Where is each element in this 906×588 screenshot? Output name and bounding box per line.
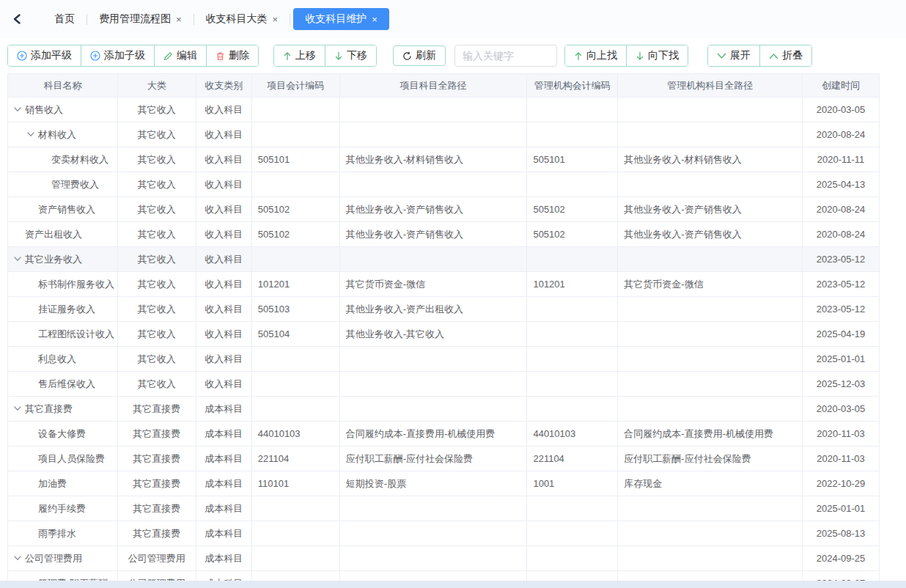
- tab-subject-maintenance[interactable]: 收支科目维护 ×: [293, 8, 389, 30]
- table-row[interactable]: 履约手续费 其它直接费 成本科目 2025-01-01: [8, 496, 880, 521]
- table-row[interactable]: 挂证服务收入 其它收入 收入科目 505103 其他业务收入-资产出租收入 20…: [8, 297, 880, 322]
- toolbar: 添加平级 添加子级 编辑 删除 上移 下移: [0, 38, 906, 73]
- table-row[interactable]: 其它业务收入 其它收入 收入科目 2023-05-12: [8, 247, 880, 272]
- created-cell: 2020-11-03: [803, 446, 880, 471]
- table-row[interactable]: 雨季排水 其它直接费 成本科目 2025-08-13: [8, 521, 880, 546]
- org-code-cell: [527, 247, 618, 271]
- io-type-cell: 成本科目: [196, 546, 252, 570]
- table-row[interactable]: 其它直接费 其它直接费 成本科目 2020-03-05: [8, 397, 880, 422]
- org-path-cell: 库存现金: [618, 471, 803, 496]
- table-row[interactable]: 变卖材料收入 其它收入 收入科目 505101 其他业务收入-材料销售收入 50…: [8, 147, 880, 172]
- org-code-cell: 221104: [527, 446, 618, 471]
- tab-label: 费用管理流程图: [99, 12, 171, 26]
- org-code-cell: 505101: [527, 147, 618, 172]
- org-path-cell: [618, 247, 803, 271]
- column-header-org-path: 管理机构科目全路径: [618, 74, 803, 97]
- org-code-cell: 44010103: [527, 422, 618, 446]
- org-code-cell: [527, 122, 618, 147]
- edit-button[interactable]: 编辑: [154, 45, 206, 66]
- tab-subject-category[interactable]: 收支科目大类 ×: [194, 8, 290, 30]
- column-header-project-path: 项目科目全路径: [340, 74, 528, 97]
- close-icon[interactable]: ×: [273, 15, 279, 24]
- table-row[interactable]: 售后维保收入 其它收入 收入科目 2025-12-03: [8, 372, 880, 397]
- table-row[interactable]: 项目人员保险费 其它直接费 成本科目 221104 应付职工薪酬-应付社会保险费…: [8, 446, 880, 471]
- delete-button[interactable]: 删除: [206, 45, 258, 66]
- io-type-cell: 成本科目: [196, 496, 252, 521]
- project-path-cell: 其他业务收入-资产销售收入: [340, 222, 528, 246]
- move-up-button[interactable]: 上移: [274, 45, 325, 66]
- trash-icon: [216, 51, 225, 61]
- io-type-cell: 收入科目: [196, 372, 252, 396]
- created-cell: 2023-05-12: [803, 297, 880, 321]
- expand-arrow-icon[interactable]: [14, 406, 25, 411]
- org-path-cell: 合同履约成本-直接费用-机械使用费: [618, 422, 803, 446]
- tab-expense-flow[interactable]: 费用管理流程图 ×: [87, 8, 194, 30]
- table-row[interactable]: 标书制作服务收入 其它收入 收入科目 101201 其它货币资金-微信 1012…: [8, 272, 880, 297]
- project-path-cell: [340, 372, 528, 396]
- expand-arrow-icon[interactable]: [14, 107, 25, 112]
- table-row[interactable]: 公司管理费用 公司管理费用 成本科目 2024-09-25: [8, 546, 880, 571]
- project-code-cell: [252, 247, 340, 271]
- expand-arrow-icon[interactable]: [27, 132, 38, 137]
- table-row[interactable]: 材料收入 其它收入 收入科目 2020-08-24: [8, 122, 880, 147]
- subject-name: 履约手续费: [38, 502, 86, 515]
- add-sibling-button[interactable]: 添加平级: [8, 45, 81, 66]
- circle-plus-icon: [17, 51, 27, 61]
- table-row[interactable]: 工程图纸设计收入 其它收入 收入科目 505104 其他业务收入-其它收入 20…: [8, 322, 880, 347]
- expand-arrow-icon[interactable]: [14, 556, 25, 561]
- table-row[interactable]: 设备大修费 其它直接费 成本科目 44010103 合同履约成本-直接费用-机械…: [8, 422, 880, 446]
- project-path-cell: [340, 172, 528, 196]
- io-type-cell: 收入科目: [196, 172, 252, 196]
- category-cell: 其它收入: [118, 372, 196, 396]
- project-code-cell: [252, 546, 340, 570]
- table-row[interactable]: 销售收入 其它收入 收入科目 2020-03-05: [8, 98, 880, 122]
- collapse-all-button[interactable]: 折叠: [759, 45, 811, 66]
- org-path-cell: [618, 546, 803, 570]
- org-code-cell: [527, 347, 618, 371]
- chevron-up-icon: [769, 53, 778, 59]
- table-row[interactable]: 资产销售收入 其它收入 收入科目 505102 其他业务收入-资产销售收入 50…: [8, 197, 880, 222]
- table-row[interactable]: 加油费 其它直接费 成本科目 110101 短期投资-股票 1001 库存现金 …: [8, 471, 880, 496]
- close-icon[interactable]: ×: [176, 15, 182, 24]
- horizontal-scrollbar[interactable]: [0, 581, 906, 588]
- project-path-cell: 其它货币资金-微信: [340, 272, 528, 296]
- subject-name-cell: 销售收入: [8, 98, 118, 122]
- add-child-button[interactable]: 添加子级: [81, 45, 154, 66]
- project-code-cell: 505102: [252, 222, 340, 246]
- table-row[interactable]: 管理费收入 其它收入 收入科目 2025-04-13: [8, 172, 880, 197]
- category-cell: 其它直接费: [118, 422, 196, 446]
- expand-arrow-icon[interactable]: [14, 257, 25, 262]
- column-header-io-type: 收支类别: [196, 74, 252, 97]
- project-code-cell: [252, 496, 340, 521]
- org-code-cell: 1001: [527, 471, 618, 496]
- io-type-cell: 成本科目: [196, 422, 252, 446]
- arrow-down-icon: [636, 51, 644, 61]
- category-cell: 其它收入: [118, 347, 196, 371]
- subject-name: 售后维保收入: [38, 378, 95, 391]
- expand-all-button[interactable]: 展开: [708, 45, 759, 66]
- org-path-cell: [618, 372, 803, 396]
- org-path-cell: [618, 521, 803, 545]
- move-button-group: 上移 下移: [273, 45, 377, 67]
- table-row[interactable]: 资产出租收入 其它收入 收入科目 505102 其他业务收入-资产销售收入 50…: [8, 222, 880, 247]
- table-row[interactable]: 利息收入 其它收入 收入科目 2025-01-01: [8, 347, 880, 372]
- subject-name-cell: 售后维保收入: [8, 372, 118, 396]
- project-code-cell: 110101: [252, 471, 340, 496]
- pencil-icon: [163, 51, 173, 61]
- created-cell: 2025-12-03: [803, 372, 880, 396]
- subject-name: 其它直接费: [25, 403, 73, 416]
- move-down-button[interactable]: 下移: [325, 45, 376, 66]
- back-chevron-icon[interactable]: [7, 8, 26, 30]
- org-path-cell: 其他业务收入-材料销售收入: [618, 147, 803, 172]
- org-path-cell: 应付职工薪酬-应付社会保险费: [618, 446, 803, 471]
- search-input[interactable]: [454, 45, 557, 67]
- find-up-button[interactable]: 向上找: [565, 45, 626, 66]
- tab-home[interactable]: 首页: [43, 8, 86, 30]
- category-cell: 其它直接费: [118, 471, 196, 496]
- subject-name: 资产销售收入: [38, 203, 95, 216]
- refresh-button[interactable]: 刷新: [393, 45, 446, 66]
- find-down-button[interactable]: 向下找: [626, 45, 688, 66]
- category-cell: 其它收入: [118, 147, 196, 172]
- tab-label: 首页: [54, 12, 75, 26]
- close-icon[interactable]: ×: [372, 15, 378, 24]
